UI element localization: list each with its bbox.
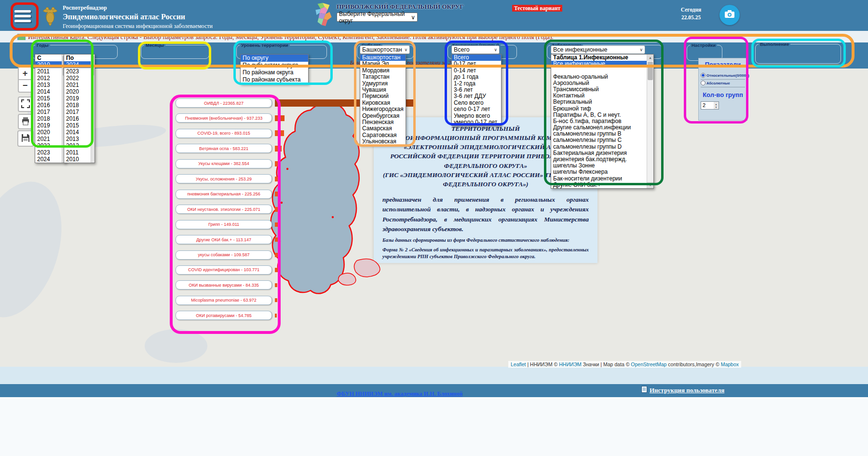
ranking-item[interactable]: COVID идентифицирован - 103.771 xyxy=(176,265,272,275)
subject-select[interactable]: Башкортостан∨ xyxy=(360,45,410,54)
dropdown-option[interactable]: Паратифы А, В, С и неут. xyxy=(551,112,647,118)
user-manual-link[interactable]: Инструкция пользователя xyxy=(641,386,724,395)
dropdown-option[interactable]: 2019 xyxy=(64,95,91,102)
dropdown-option[interactable]: 2016 xyxy=(64,115,91,122)
dropdown-option[interactable]: Ульяновская xyxy=(360,138,406,145)
print-button[interactable] xyxy=(18,114,33,129)
dropdown-option[interactable]: 2024 xyxy=(64,61,91,68)
dropdown-option[interactable]: шигеллы Зонне xyxy=(551,163,647,169)
dropdown-option[interactable]: дизентерия бак.подтвержд. xyxy=(551,156,647,163)
dropdown-option[interactable]: Марий Эл xyxy=(360,61,406,67)
ranking-item[interactable]: укусы собаками - 109.587 xyxy=(176,250,272,260)
dropdown-option[interactable]: По районам субъекта xyxy=(241,76,308,83)
subject-dropdown[interactable]: БашкортостанМарий ЭлМордовияТатарстанУдм… xyxy=(360,54,406,145)
dropdown-option[interactable]: 2020 xyxy=(64,88,91,95)
dropdown-option[interactable]: село 0-17 лет xyxy=(452,106,501,112)
dropdown-option[interactable]: Б-нос б.тифа, паратифов xyxy=(551,118,647,124)
year-to-dropdown[interactable]: По20242023202220212020201920182017201620… xyxy=(64,54,95,163)
attribution-link[interactable]: Leaflet xyxy=(511,361,526,367)
dropdown-option[interactable]: 2021 xyxy=(35,136,62,142)
dropdown-option[interactable]: 2010 xyxy=(35,61,62,68)
dropdown-option[interactable]: шигеллы Флекснера xyxy=(551,169,647,175)
dropdown-option[interactable]: 2011 xyxy=(64,149,91,156)
zoom-out-button[interactable]: − xyxy=(18,79,32,93)
dropdown-option[interactable]: 2023 xyxy=(35,149,62,156)
dropdown-option[interactable]: 2021 xyxy=(64,82,91,88)
dropdown-option[interactable]: 2011 xyxy=(35,68,62,75)
disease-select[interactable]: Все инфекционные∨ xyxy=(551,45,645,54)
dropdown-option[interactable]: 2012 xyxy=(35,75,62,82)
ranking-item[interactable]: Укусы клещами - 382.554 xyxy=(176,159,272,168)
dropdown-option[interactable]: 2018 xyxy=(64,102,91,109)
dropdown-option[interactable]: Вертикальный xyxy=(551,99,647,105)
dropdown-option[interactable]: 2023 xyxy=(64,68,91,75)
absolute-radio[interactable]: Абсолютные xyxy=(701,80,745,87)
dropdown-option[interactable]: Чувашия xyxy=(360,87,406,93)
attribution-link[interactable]: OpenStreetMap xyxy=(631,361,666,367)
ranking-item[interactable]: Пневмония (внебольничная) - 937.233 xyxy=(176,113,272,123)
ranking-item[interactable]: пневмония бактериальная - 225.256 xyxy=(176,190,272,199)
dropdown-option[interactable]: Фекально-оральный xyxy=(551,74,647,80)
territory-dropdown[interactable]: По округуПо субъектам округаПо районам о… xyxy=(240,54,309,84)
dropdown-option[interactable] xyxy=(551,67,647,73)
scrollbar[interactable]: ▲▼ xyxy=(647,55,653,188)
ranking-item[interactable]: Другие ОКИ бак.+ - 113.147 xyxy=(176,235,272,244)
attribution-link[interactable]: ННИИЭМ xyxy=(559,361,582,367)
dropdown-option[interactable]: 2017 xyxy=(35,109,62,115)
dropdown-option[interactable]: 1-2 года xyxy=(452,81,501,87)
dropdown-option[interactable]: Нижегородская xyxy=(360,106,406,112)
contingent-select[interactable]: Всего∨ xyxy=(451,45,500,54)
screenshot-button[interactable] xyxy=(719,5,740,25)
dropdown-option[interactable]: Другие сальмонел.инфекции xyxy=(551,124,647,131)
dropdown-option[interactable]: 2015 xyxy=(35,95,62,102)
dropdown-option[interactable]: сальмонеллезы группы С xyxy=(551,137,647,143)
scrollbar[interactable] xyxy=(91,55,95,163)
year-from-dropdown[interactable]: С201020112012201320142015201620172018201… xyxy=(35,54,66,163)
ranking-item[interactable]: ОКИ неустанов. этиологии - 225.071 xyxy=(176,205,272,214)
dropdown-option[interactable]: Бактериальная дизентерия xyxy=(551,150,647,156)
dropdown-option[interactable]: 2013 xyxy=(35,82,62,88)
spinner-arrows-icon[interactable]: ▲▼ xyxy=(714,102,719,109)
ranking-item[interactable]: Micoplasma pneumoniae - 63.972 xyxy=(176,296,272,305)
ranking-item[interactable]: Ветряная оспа - 583.221 xyxy=(176,144,272,153)
menu-button[interactable] xyxy=(14,6,36,26)
dropdown-option[interactable]: По районам округа xyxy=(241,69,308,76)
ranking-item[interactable]: Укусы, осложнения - 253.29 xyxy=(176,174,272,183)
dropdown-option[interactable]: сальмонеллезы группы D xyxy=(551,144,647,150)
fullscreen-button[interactable] xyxy=(18,97,33,112)
contingent-dropdown[interactable]: Всего0-17 лет0-14 летдо 1 года1-2 года3-… xyxy=(451,54,502,126)
dropdown-option[interactable]: Пермский xyxy=(360,93,406,99)
groups-count-input[interactable]: 2 ▲▼ xyxy=(701,101,719,110)
dropdown-option[interactable]: Татарстан xyxy=(360,74,406,80)
dropdown-option[interactable]: 2010 xyxy=(64,156,91,163)
dropdown-option[interactable]: 2014 xyxy=(35,88,62,95)
dropdown-option[interactable]: 2018 xyxy=(35,115,62,122)
ranking-item[interactable]: COVID-19, всего - 893.015 xyxy=(176,129,272,138)
dropdown-option[interactable]: 2020 xyxy=(35,129,62,136)
dropdown-option[interactable]: 2012 xyxy=(64,142,91,149)
dropdown-option[interactable]: Трансмиссивный xyxy=(551,86,647,93)
dropdown-option[interactable]: Самарская xyxy=(360,125,406,132)
dropdown-option[interactable]: Пензенская xyxy=(360,119,406,125)
dropdown-option[interactable]: до 1 года xyxy=(452,74,501,80)
dropdown-option[interactable]: 3-6 лет ДДУ xyxy=(452,93,501,99)
dropdown-option[interactable]: 2016 xyxy=(35,102,62,109)
dropdown-option[interactable]: По субъектам округа xyxy=(241,62,308,69)
dropdown-option[interactable]: Мордовия xyxy=(360,68,406,74)
dropdown-option[interactable]: Контактный xyxy=(551,93,647,99)
dropdown-option[interactable]: Саратовская xyxy=(360,132,406,138)
dropdown-option[interactable]: сальмонеллезы группы В xyxy=(551,131,647,137)
dropdown-option[interactable]: 2024 xyxy=(35,156,62,163)
dropdown-option[interactable]: Брюшной тиф xyxy=(551,106,647,112)
dropdown-option[interactable]: 2014 xyxy=(64,129,91,136)
dropdown-option[interactable]: Оренбургская xyxy=(360,113,406,119)
relative-radio[interactable]: Относительные(0/0000) xyxy=(701,72,745,80)
dropdown-option[interactable]: Бак-носители дизентерии xyxy=(551,176,647,182)
federal-district-select[interactable]: Выберите Федеральный округ ∨ xyxy=(337,13,418,22)
disease-dropdown[interactable]: ▲▼ Таблица 1.ИнфекционныеВсе инфекционны… xyxy=(551,54,654,189)
dropdown-option[interactable]: 2015 xyxy=(64,122,91,129)
attribution-link[interactable]: Mapbox xyxy=(721,361,739,367)
dropdown-option[interactable]: 2013 xyxy=(64,136,91,142)
ranking-item[interactable]: Грипп - 149.011 xyxy=(176,220,272,229)
dropdown-option[interactable]: Башкортостан xyxy=(360,55,406,61)
